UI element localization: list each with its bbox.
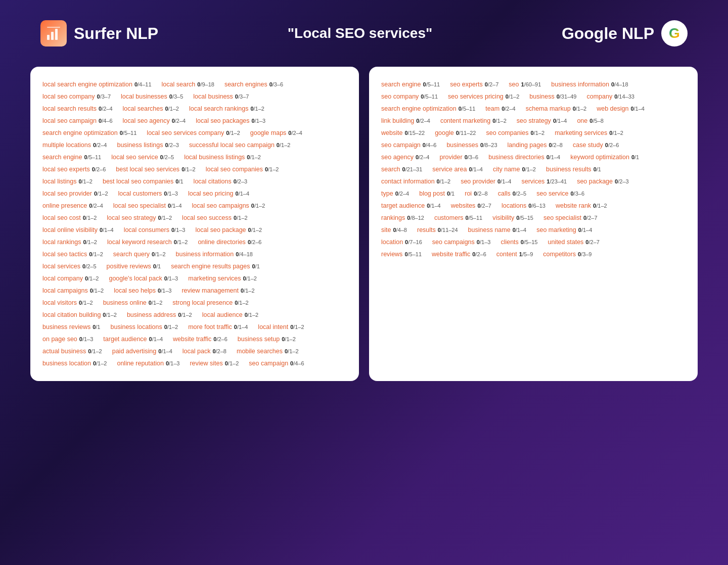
keyword-score: 0/2–8 <box>212 348 226 354</box>
keyword-text: local business <box>193 93 233 100</box>
keyword-text: local citation building <box>42 311 101 318</box>
keyword-item: local seo pricing0/1–4 <box>188 190 249 197</box>
keyword-score: 0/1 <box>631 154 639 160</box>
keyword-text: business results <box>546 166 592 173</box>
keyword-score: 0/2–7 <box>485 81 499 87</box>
keyword-text: local seo tactics <box>42 251 87 258</box>
keyword-item: business results0/1 <box>546 166 601 173</box>
keyword-score: 0/1–2 <box>164 324 178 330</box>
keyword-row: search engine0/5–11seo experts0/2–7seo1/… <box>381 81 686 88</box>
keyword-item: local businesses0/3–5 <box>121 93 183 100</box>
keyword-item: seo experts0/2–7 <box>450 81 498 88</box>
keyword-text: seo agency <box>381 154 414 161</box>
keyword-text: local visitors <box>42 299 77 306</box>
keyword-text: local seo helps <box>114 287 156 294</box>
keyword-text: seo <box>509 81 519 88</box>
keyword-row: website0/15–22google0/11–22seo companies… <box>381 129 686 136</box>
keyword-item: business online0/1–2 <box>103 299 163 306</box>
keyword-score: 0/1–2 <box>492 118 507 124</box>
keyword-score: 0/1 <box>252 263 259 269</box>
keyword-item: one0/5–8 <box>577 117 603 124</box>
keyword-score: 0/1–2 <box>290 324 304 330</box>
keyword-item: websites0/2–7 <box>451 202 491 209</box>
keyword-row: search engine optimization0/5–11team0/2–… <box>381 105 686 112</box>
keyword-score: 0/4–18 <box>236 251 253 257</box>
keyword-item: contact information0/1–2 <box>381 178 450 185</box>
keyword-score: 0/1–4 <box>553 118 567 124</box>
keyword-score: 0/4–8 <box>393 227 407 233</box>
keyword-text: seo package <box>577 178 613 185</box>
keyword-item: actual business0/1–2 <box>42 348 102 355</box>
keyword-score: 0/2–6 <box>605 142 619 148</box>
keyword-text: local search rankings <box>189 105 248 112</box>
keyword-text: services <box>522 178 545 185</box>
keyword-score: 0/1 <box>93 324 100 330</box>
keyword-text: local seo provider <box>42 190 92 197</box>
keyword-item: business information0/4–18 <box>551 81 628 88</box>
keyword-score: 0/1–2 <box>79 300 93 306</box>
keyword-item: business listings0/2–3 <box>117 142 179 149</box>
keyword-score: 0/1–2 <box>250 106 264 112</box>
keyword-item: strong local presence0/1–2 <box>172 299 248 306</box>
keyword-text: business locations <box>111 323 162 331</box>
keyword-score: 0/1–3 <box>158 288 172 294</box>
keyword-row: local campaigns0/1–2local seo helps0/1–3… <box>42 287 347 294</box>
keyword-text: customers <box>434 214 464 221</box>
keyword-text: business listings <box>117 142 163 149</box>
keyword-score: 0/1–2 <box>243 275 257 281</box>
keyword-score: 0/3–9 <box>578 251 592 257</box>
keyword-score: 0/1–2 <box>235 300 249 306</box>
keyword-score: 0/1–3 <box>166 360 180 366</box>
keyword-row: reviews0/5–11website traffic0/2–6content… <box>381 251 686 258</box>
keyword-item: case study0/2–6 <box>573 142 619 149</box>
keyword-score: 0/1–2 <box>90 288 104 294</box>
keyword-item: local services0/2–5 <box>42 263 97 270</box>
keyword-text: local listings <box>42 178 76 185</box>
keyword-text: reviews <box>381 251 402 258</box>
google-branding: Google NLP G <box>562 20 688 46</box>
surfer-icon <box>40 20 67 46</box>
keyword-text: paid advertising <box>112 348 157 355</box>
keyword-score: 0/1–2 <box>89 251 103 257</box>
keyword-text: local citations <box>194 178 232 185</box>
keyword-text: local search <box>162 81 196 88</box>
keyword-text: local seo companies <box>206 166 263 173</box>
keyword-score: 0/1–4 <box>158 348 172 354</box>
keyword-item: local campaigns0/1–2 <box>42 287 104 294</box>
keyword-text: google's local pack <box>109 275 162 282</box>
keyword-item: local searches0/1–2 <box>123 105 179 112</box>
keyword-text: business location <box>42 360 91 367</box>
keyword-text: marketing services <box>555 129 607 136</box>
keyword-item: local customers0/1–3 <box>118 190 178 197</box>
keyword-row: actual business0/1–2paid advertising0/1–… <box>42 348 347 355</box>
keyword-score: 0/1–2 <box>531 130 545 136</box>
keyword-score: 0/1–2 <box>248 227 262 233</box>
keyword-score: 0/2–7 <box>477 203 491 209</box>
keyword-item: type0/2–4 <box>381 190 409 197</box>
keyword-text: united states <box>548 239 583 246</box>
keyword-score: 0/1–2 <box>609 130 623 136</box>
keyword-row: local seo company0/3–7local businesses0/… <box>42 93 347 100</box>
keyword-item: local seo services company0/1–2 <box>147 129 240 136</box>
keyword-item: seo agency0/2–4 <box>381 154 429 161</box>
keyword-item: local search results0/2–4 <box>42 105 113 112</box>
keyword-text: business name <box>468 226 511 233</box>
keyword-score: 0/1–2 <box>234 215 248 221</box>
surfer-title: Surfer NLP <box>74 24 158 43</box>
keyword-text: multiple locations <box>42 142 91 149</box>
keyword-item: local company0/1–2 <box>42 275 99 282</box>
keyword-score: 0/11–22 <box>456 130 476 136</box>
keyword-score: 0/8–23 <box>480 142 497 148</box>
keyword-text: website rank <box>556 202 591 209</box>
keyword-row: search0/21–31service area0/1–4city name0… <box>381 166 686 173</box>
keyword-score: 0/5–11 <box>466 215 483 221</box>
keyword-item: local business listings0/1–2 <box>184 154 261 161</box>
keyword-text: business information <box>551 81 609 88</box>
keyword-score: 0/4–18 <box>611 81 628 87</box>
keyword-text: local search engine optimization <box>42 81 132 88</box>
keyword-row: local rankings0/1–2local keyword researc… <box>42 239 347 246</box>
keyword-text: schema markup <box>526 105 571 112</box>
keyword-text: local audience <box>202 311 243 318</box>
keyword-item: seo specialist0/2–7 <box>543 214 598 221</box>
keyword-score: 0/1–2 <box>506 93 520 100</box>
